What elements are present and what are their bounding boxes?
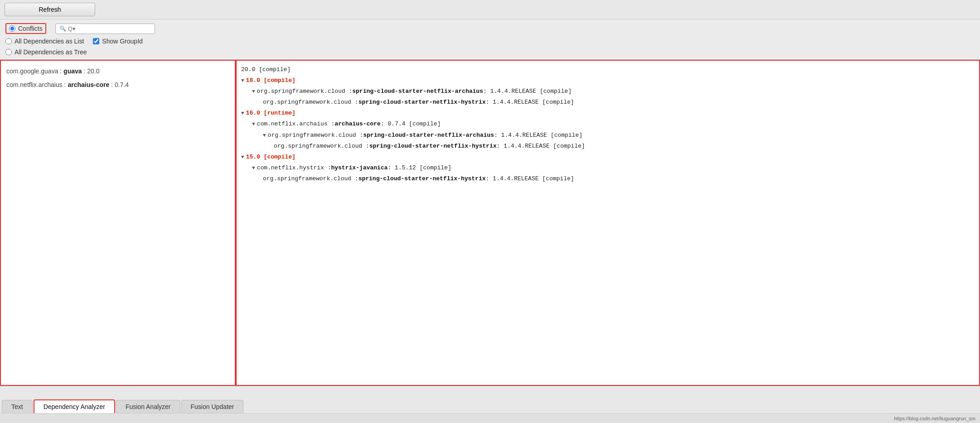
all-tree-radio[interactable] (5, 49, 12, 55)
tree-node-prefix: org.springframework.cloud : (257, 87, 353, 96)
all-list-radio-option[interactable]: All Dependencies as List (5, 38, 84, 45)
show-groupid-option[interactable]: Show GroupId (93, 38, 143, 45)
tree-node-artifact: hystrix-javanica (331, 163, 388, 173)
refresh-button[interactable]: Refresh (5, 3, 95, 16)
conflict-artifact-1: guava (63, 67, 82, 75)
expand-icon[interactable] (252, 164, 255, 173)
tree-node-text: 15.0 [compile] (246, 152, 296, 162)
list-item: com.netflix.archaius : archaius-core : 0… (4, 78, 232, 91)
conflict-group-1: com.google.guava (6, 67, 58, 75)
tree-node-artifact: spring-cloud-starter-netflix-hystrix (369, 141, 497, 151)
tree-row: org.springframework.cloud : spring-cloud… (241, 173, 975, 184)
right-panel: 20.0 [compile] 18.0 [compile] org.spring… (236, 60, 980, 386)
status-bar: https://blog.csdn.net/liuguangrun_sm (0, 413, 980, 423)
tree-node-suffix: : 1.4.4.RELEASE [compile] (486, 97, 574, 107)
tree-row: com.netflix.hystrix : hystrix-javanica :… (241, 163, 975, 173)
tree-node-prefix: org.springframework.cloud : (263, 97, 359, 107)
options-panel: Conflicts 🔍 All Dependencies as List Sho… (0, 19, 980, 60)
tree-node-artifact: spring-cloud-starter-netflix-archaius (352, 87, 483, 96)
all-list-label: All Dependencies as List (15, 38, 84, 45)
tab-text[interactable]: Text (2, 400, 33, 413)
tree-row: 16.0 [runtime] (241, 108, 975, 119)
tree-row: 15.0 [compile] (241, 152, 975, 163)
tree-node-text: 18.0 [compile] (246, 76, 296, 86)
status-text: https://blog.csdn.net/liuguangrun_sm (894, 416, 975, 421)
show-groupid-label: Show GroupId (102, 38, 143, 45)
tab-fusion-updater[interactable]: Fusion Updater (181, 400, 244, 413)
bottom-tabs: Text Dependency Analyzer Fusion Analyzer… (0, 386, 980, 413)
search-box[interactable]: 🔍 (55, 24, 155, 34)
tree-node-artifact: spring-cloud-starter-netflix-hystrix (359, 97, 486, 107)
expand-icon[interactable] (263, 131, 266, 140)
expand-icon[interactable] (252, 120, 255, 129)
tree-node-prefix: com.netflix.archaius : (257, 119, 335, 129)
options-row-3: All Dependencies as Tree (5, 48, 975, 56)
toolbar: Refresh (0, 0, 980, 19)
options-row-1: Conflicts 🔍 (5, 23, 975, 34)
tree-node-prefix: com.netflix.hystrix : (257, 163, 331, 173)
expand-icon[interactable] (252, 87, 255, 96)
tree-node-suffix: : 1.4.4.RELEASE [compile] (494, 130, 582, 140)
tree-node-prefix: org.springframework.cloud : (268, 130, 364, 140)
tree-node-artifact: spring-cloud-starter-netflix-archaius (363, 130, 494, 140)
tab-dependency-analyzer[interactable]: Dependency Analyzer (34, 399, 115, 413)
tree-row: org.springframework.cloud : spring-cloud… (241, 141, 975, 152)
tree-node-text: 16.0 [runtime] (246, 108, 296, 118)
conflicts-label: Conflicts (18, 25, 43, 32)
all-list-radio[interactable] (5, 38, 12, 44)
tree-row: org.springframework.cloud : spring-cloud… (241, 130, 975, 141)
tree-row: com.netflix.archaius : archaius-core : 0… (241, 119, 975, 130)
tree-node-suffix: : 1.4.4.RELEASE [compile] (497, 141, 585, 151)
left-panel: com.google.guava : guava : 20.0 com.netf… (0, 60, 236, 386)
show-groupid-checkbox[interactable] (93, 38, 99, 44)
tree-row: org.springframework.cloud : spring-cloud… (241, 97, 975, 108)
expand-icon[interactable] (241, 77, 244, 85)
conflicts-radio-option[interactable]: Conflicts (5, 23, 46, 34)
tree-node-artifact: spring-cloud-starter-netflix-hystrix (359, 174, 486, 184)
conflict-artifact-2: archaius-core (68, 81, 109, 88)
tab-fusion-analyzer[interactable]: Fusion Analyzer (116, 400, 180, 413)
conflict-version-2: : 0.7.4 (111, 81, 129, 88)
tree-node-prefix: org.springframework.cloud : (263, 174, 359, 184)
conflict-group-2: com.netflix.archaius (6, 81, 63, 88)
conflicts-radio[interactable] (9, 25, 15, 32)
tree-node-suffix: : 1.4.4.RELEASE [compile] (483, 87, 572, 96)
tree-node-text: 20.0 [compile] (241, 65, 291, 75)
tree-node-artifact: archaius-core (335, 119, 380, 129)
separator-1: : (60, 67, 63, 75)
tree-node-suffix: : 0.7.4 [compile] (381, 119, 441, 129)
main-content: com.google.guava : guava : 20.0 com.netf… (0, 60, 980, 386)
conflict-version-1: : 20.0 (83, 67, 99, 75)
tree-row: 18.0 [compile] (241, 75, 975, 86)
search-icon: 🔍 (59, 25, 66, 32)
tree-node-suffix: : 1.5.12 [compile] (388, 163, 451, 173)
all-tree-label: All Dependencies as Tree (15, 48, 87, 56)
tree-node-prefix: org.springframework.cloud : (274, 141, 369, 151)
list-item: com.google.guava : guava : 20.0 (4, 64, 232, 78)
tree-row: 20.0 [compile] (241, 64, 975, 75)
tree-node-suffix: : 1.4.4.RELEASE [compile] (486, 174, 574, 184)
options-row-2: All Dependencies as List Show GroupId (5, 38, 975, 45)
tree-row: org.springframework.cloud : spring-cloud… (241, 86, 975, 97)
expand-icon[interactable] (241, 153, 244, 162)
search-input[interactable] (68, 25, 150, 32)
all-tree-radio-option[interactable]: All Dependencies as Tree (5, 48, 87, 56)
expand-icon[interactable] (241, 109, 244, 118)
